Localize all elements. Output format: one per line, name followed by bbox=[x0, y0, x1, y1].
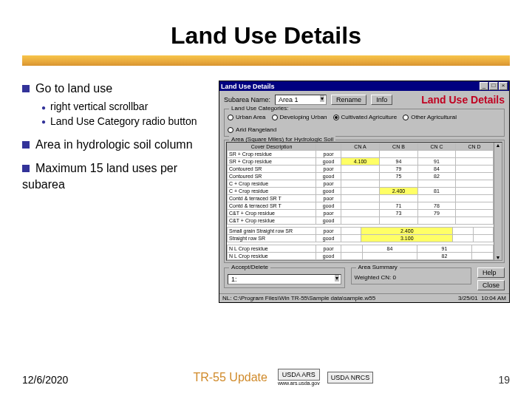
logo-sub: www.ars.usda.gov bbox=[278, 381, 320, 386]
table-row: N L Crop residuegood82 bbox=[228, 253, 494, 260]
status-date: 3/25/01 bbox=[458, 295, 478, 301]
footer-date: 12/6/2020 bbox=[22, 374, 68, 386]
window-heading: Land Use Details bbox=[421, 94, 505, 106]
col-c: CN C bbox=[417, 143, 455, 151]
rename-button[interactable]: Rename bbox=[331, 95, 366, 105]
help-button[interactable]: Help bbox=[477, 267, 505, 278]
bullet-2: Area in hydrologic soil column bbox=[35, 138, 193, 151]
status-bar: NL: C:\Program Files\Win TR-55\Sample da… bbox=[219, 293, 509, 302]
status-path: NL: C:\Program Files\Win TR-55\Sample da… bbox=[222, 295, 375, 301]
highlighted-cell[interactable]: 2.400 bbox=[380, 188, 418, 195]
bullet-list: Go to land use right vertical scrollbar … bbox=[22, 81, 211, 303]
close-button[interactable]: Close bbox=[477, 280, 505, 290]
col-b: CN B bbox=[380, 143, 418, 151]
col-d: CN D bbox=[455, 143, 493, 151]
info-button[interactable]: Info bbox=[371, 95, 392, 105]
weighted-value: 0 bbox=[392, 274, 395, 281]
highlighted-cell[interactable]: 3.100 bbox=[361, 235, 453, 242]
bullet-1b: Land Use Category radio button bbox=[50, 115, 197, 127]
bullet-1a: right vertical scrollbar bbox=[50, 100, 148, 112]
categories-legend: Land Use Categories: bbox=[229, 105, 290, 112]
table-row: SR + Crop residuegood4.1009491 bbox=[228, 158, 494, 166]
subarea-dropdown[interactable]: Area 1 bbox=[275, 95, 327, 105]
radio-other-ag[interactable]: Other Agricultural bbox=[403, 114, 457, 120]
col-desc: Cover Description bbox=[228, 143, 316, 151]
table-row: C + Crop residuepoor bbox=[228, 180, 494, 188]
close-x-button[interactable]: × bbox=[499, 82, 508, 90]
bullet-3: Maximum 15 land uses per subarea bbox=[22, 162, 177, 191]
window-title: Land Use Details bbox=[221, 83, 275, 90]
summary-group: Area Summary Weighted CN: 0 bbox=[351, 267, 471, 284]
table-row: C + Crop residuegood2.40081 bbox=[228, 188, 494, 195]
bullet-1: Go to land use bbox=[35, 82, 112, 95]
col-a: CN A bbox=[341, 143, 380, 151]
radio-developing[interactable]: Developing Urban bbox=[272, 114, 327, 120]
table-row: Contoured SRgood7582 bbox=[228, 173, 494, 180]
table-row: C&T + Crop residuegood bbox=[228, 217, 494, 225]
table-row: Straight row SRgood3.100 bbox=[228, 235, 494, 242]
area-group: Area (Square Miles) for Hydrologic Soil … bbox=[224, 140, 505, 263]
accept-dropdown[interactable]: 1: bbox=[228, 274, 341, 284]
table-row: Contd & terraced SR Tgood7178 bbox=[228, 202, 494, 210]
table-row: SR + Crop residuepoor bbox=[228, 151, 494, 158]
accept-group: Accept/Delete 1: bbox=[224, 267, 344, 288]
page-number: 19 bbox=[498, 374, 510, 386]
table-row: Small grain Straight row SRpoor2.400 bbox=[228, 228, 494, 235]
titlebar: Land Use Details _ □ × bbox=[219, 81, 509, 91]
land-use-table[interactable]: Cover Description CN A CN B CN C CN D SR… bbox=[227, 143, 494, 225]
categories-group: Land Use Categories: Urban Area Developi… bbox=[224, 109, 505, 137]
table-row: C&T + Crop residuepoor7379 bbox=[228, 210, 494, 217]
app-window: Land Use Details _ □ × Subarea Name: Are… bbox=[219, 81, 510, 303]
radio-arid[interactable]: Arid Rangeland bbox=[228, 126, 276, 133]
table-row: Contd & terraced SR Tpoor bbox=[228, 195, 494, 202]
table-row: Contoured SRpoor7984 bbox=[228, 166, 494, 173]
subarea-label: Subarea Name: bbox=[224, 96, 270, 103]
footer-mid: TR-55 Update bbox=[193, 371, 267, 384]
slide-title: Land Use Details bbox=[22, 22, 510, 50]
col-cond bbox=[316, 143, 341, 151]
highlighted-cell[interactable]: 4.100 bbox=[341, 158, 380, 166]
logo-nrcs: USDA NRCS bbox=[327, 372, 374, 383]
highlighted-cell[interactable]: 2.400 bbox=[361, 228, 453, 235]
maximize-button[interactable]: □ bbox=[489, 82, 498, 90]
weighted-label: Weighted CN: bbox=[355, 274, 392, 281]
radio-urban[interactable]: Urban Area bbox=[228, 114, 265, 120]
title-underline bbox=[22, 55, 510, 66]
vertical-scrollbar[interactable] bbox=[494, 143, 502, 260]
table-row: N L Crop residuepoor8491 bbox=[228, 245, 494, 253]
logo-ars: USDA ARS bbox=[278, 369, 320, 381]
radio-cultivated[interactable]: Cultivated Agriculture bbox=[333, 114, 398, 120]
status-time: 10:04 AM bbox=[481, 295, 506, 301]
minimize-button[interactable]: _ bbox=[480, 82, 488, 90]
slide-footer: 12/6/2020 TR-55 Update USDA ARS www.ars.… bbox=[22, 369, 510, 386]
